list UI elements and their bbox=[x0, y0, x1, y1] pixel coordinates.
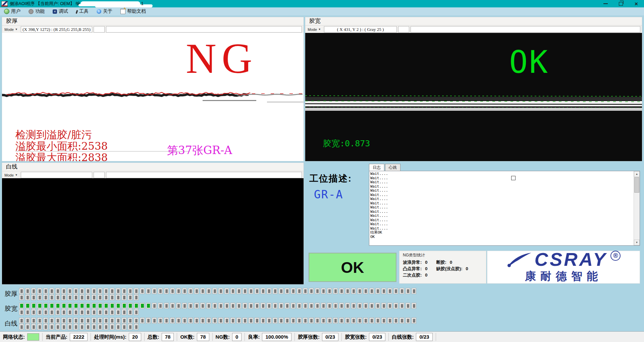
progress-cell bbox=[387, 288, 392, 294]
menu-item-debug[interactable]: 调试 bbox=[49, 7, 72, 15]
progress-cell bbox=[43, 317, 48, 324]
progress-cell bbox=[25, 324, 30, 330]
toolbar-field-small[interactable] bbox=[398, 26, 409, 33]
mode-dropdown[interactable]: Mode▼ bbox=[3, 172, 19, 178]
ng-stat-value: 0 bbox=[425, 265, 427, 272]
progress-cell bbox=[363, 317, 368, 324]
progress-cell bbox=[188, 303, 193, 309]
menu-item-function[interactable]: 功能 bbox=[24, 7, 49, 15]
progress-cell bbox=[206, 288, 211, 294]
progress-cell bbox=[19, 324, 24, 330]
progress-cell bbox=[134, 288, 139, 294]
progress-cell bbox=[164, 288, 169, 294]
status-label: 白线张数: bbox=[392, 334, 414, 340]
mode-dropdown[interactable]: Mode▼ bbox=[3, 26, 19, 33]
progress-cell bbox=[297, 317, 302, 324]
progress-cell bbox=[261, 317, 265, 324]
progress-cell bbox=[104, 324, 108, 330]
log-lines: Wait....Wait....Wait....Wait....Wait....… bbox=[370, 172, 633, 245]
progress-cell bbox=[212, 288, 217, 294]
tab-日志[interactable]: 日志 bbox=[369, 164, 384, 171]
progress-cell bbox=[393, 288, 398, 294]
menu-item-help[interactable]: 帮助文档 bbox=[116, 7, 150, 15]
log-checkbox[interactable] bbox=[511, 176, 516, 180]
progress-cell bbox=[321, 288, 326, 294]
glue-width-image[interactable]: OK 胶宽:0.873 bbox=[305, 33, 642, 161]
status-白线张数: 白线张数:0/23 bbox=[389, 333, 436, 341]
progress-cell bbox=[110, 317, 114, 324]
progress-cell bbox=[188, 317, 193, 324]
toolbar-field-small[interactable] bbox=[94, 172, 105, 178]
coordinate-readout[interactable]: ( X 431, Y 2 ) : ( Gray 25 ) bbox=[324, 26, 397, 33]
progress-cell bbox=[55, 294, 60, 300]
coordinate-readout[interactable] bbox=[21, 172, 92, 178]
white-line-image[interactable] bbox=[2, 178, 304, 284]
menu-item-tools[interactable]: 工具 bbox=[72, 7, 93, 15]
progress-cell bbox=[86, 317, 90, 324]
tab-心跳[interactable]: 心跳 bbox=[385, 164, 400, 171]
scroll-down-icon[interactable]: ▼ bbox=[634, 240, 640, 245]
progress-cell bbox=[140, 303, 145, 309]
toolbar-field-wide[interactable] bbox=[106, 26, 302, 33]
progress-cell bbox=[351, 288, 356, 294]
progress-cell bbox=[122, 324, 126, 330]
progress-cell bbox=[412, 317, 416, 324]
log-line: Wait.... bbox=[370, 227, 633, 231]
ng-stat-value: 0 bbox=[425, 272, 427, 278]
overall-result-indicator: OK bbox=[309, 253, 396, 282]
glue-thickness-image[interactable]: NG 检测到溢胶/脏污 溢胶最小面积:2538 溢胶最大面积:2838 第37张… bbox=[2, 33, 304, 161]
progress-cell bbox=[43, 303, 48, 309]
toolbar-field-wide[interactable] bbox=[106, 172, 302, 178]
status-value: 100.000% bbox=[262, 333, 291, 341]
progress-cell bbox=[297, 303, 302, 309]
progress-cell bbox=[267, 317, 271, 324]
ng-stat-row: 二次点胶:0 bbox=[403, 272, 428, 278]
progress-cell bbox=[86, 294, 90, 300]
progress-cell bbox=[146, 288, 151, 294]
progress-cell bbox=[249, 288, 253, 294]
scroll-up-icon[interactable]: ▲ bbox=[634, 171, 640, 177]
progress-cell bbox=[92, 309, 96, 315]
progress-cell bbox=[61, 294, 66, 300]
ng-stats-title: NG类型统计 bbox=[403, 252, 483, 258]
log-line: Wait.... bbox=[370, 180, 633, 185]
toolbar-field-wide[interactable] bbox=[411, 26, 640, 33]
close-button[interactable]: × bbox=[629, 0, 644, 7]
restore-icon bbox=[619, 2, 623, 6]
log-line: Wait.... bbox=[370, 214, 633, 218]
progress-cell bbox=[327, 288, 332, 294]
progress-cell bbox=[79, 288, 84, 294]
scrollbar-thumb[interactable] bbox=[634, 177, 639, 193]
progress-cell bbox=[73, 317, 78, 324]
progress-cell bbox=[255, 317, 259, 324]
progress-cell bbox=[110, 324, 114, 330]
progress-cell bbox=[218, 317, 223, 324]
minimize-button[interactable] bbox=[598, 0, 613, 7]
toolbar-field-small[interactable] bbox=[94, 26, 105, 33]
progress-cell bbox=[19, 288, 24, 294]
progress-cell bbox=[31, 317, 36, 324]
progress-cell bbox=[92, 317, 96, 324]
progress-cell bbox=[345, 317, 350, 324]
menu-item-user[interactable]: 用户 bbox=[0, 7, 24, 15]
progress-cell bbox=[267, 303, 271, 309]
progress-cell bbox=[315, 303, 320, 309]
log-panel[interactable]: Wait....Wait....Wait....Wait....Wait....… bbox=[369, 171, 640, 246]
restore-button[interactable] bbox=[613, 0, 629, 7]
progress-cell bbox=[412, 288, 416, 294]
progress-cell bbox=[116, 294, 120, 300]
menu-item-about[interactable]: 关于 bbox=[93, 7, 116, 15]
redaction-scribble bbox=[80, 1, 140, 6]
log-scrollbar[interactable]: ▲ ▼ bbox=[634, 171, 640, 245]
progress-cell bbox=[92, 288, 96, 294]
status-label: 当前产品: bbox=[46, 334, 67, 340]
progress-cell bbox=[152, 303, 157, 309]
ng-stat-row: 断胶:0 bbox=[436, 259, 468, 265]
progress-cell bbox=[116, 324, 120, 330]
log-line: Wait.... bbox=[370, 193, 633, 197]
coordinate-readout[interactable]: (X 398,Y 1272) : (R 255,G 255,B 255) bbox=[21, 26, 92, 33]
mode-dropdown[interactable]: Mode▼ bbox=[306, 26, 323, 33]
progress-cell bbox=[37, 317, 42, 324]
progress-cell bbox=[73, 324, 78, 330]
station-description-label: 工位描述: bbox=[309, 173, 352, 185]
